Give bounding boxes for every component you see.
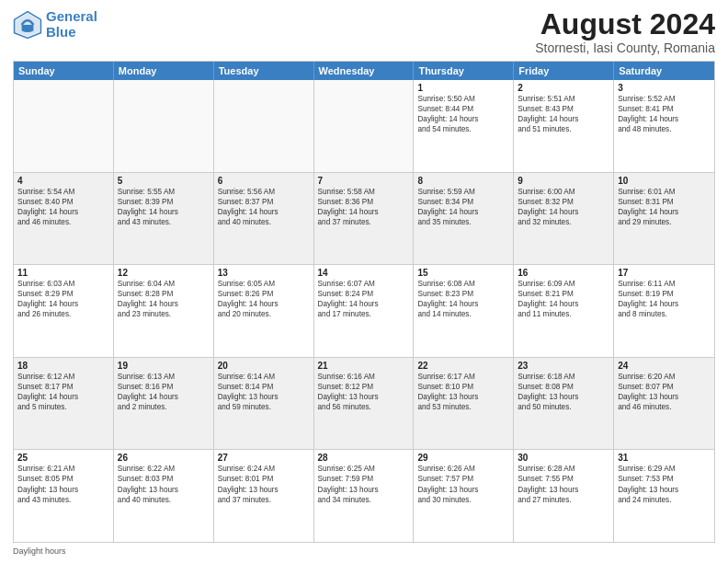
- day-info: Sunrise: 6:21 AM Sunset: 8:05 PM Dayligh…: [17, 464, 109, 504]
- day-info: Sunrise: 6:25 AM Sunset: 7:59 PM Dayligh…: [318, 464, 410, 504]
- empty-cell: [14, 80, 114, 172]
- day-info: Sunrise: 5:59 AM Sunset: 8:34 PM Dayligh…: [417, 187, 509, 227]
- day-info: Sunrise: 6:14 AM Sunset: 8:14 PM Dayligh…: [218, 372, 310, 412]
- day-info: Sunrise: 6:13 AM Sunset: 8:16 PM Dayligh…: [118, 372, 210, 412]
- day-cell-26: 26Sunrise: 6:22 AM Sunset: 8:03 PM Dayli…: [114, 450, 214, 542]
- day-cell-12: 12Sunrise: 6:04 AM Sunset: 8:28 PM Dayli…: [114, 265, 214, 357]
- day-info: Sunrise: 6:01 AM Sunset: 8:31 PM Dayligh…: [618, 187, 711, 227]
- day-cell-2: 2Sunrise: 5:51 AM Sunset: 8:43 PM Daylig…: [514, 80, 614, 172]
- day-number: 11: [17, 268, 109, 278]
- day-info: Sunrise: 6:03 AM Sunset: 8:29 PM Dayligh…: [17, 279, 109, 319]
- day-number: 15: [417, 268, 509, 278]
- day-number: 19: [118, 361, 210, 371]
- day-cell-31: 31Sunrise: 6:29 AM Sunset: 7:53 PM Dayli…: [614, 450, 714, 542]
- day-cell-15: 15Sunrise: 6:08 AM Sunset: 8:23 PM Dayli…: [414, 265, 514, 357]
- page: General Blue August 2024 Stornesti, Iasi…: [0, 0, 728, 563]
- day-number: 6: [218, 176, 310, 186]
- day-header-monday: Monday: [114, 62, 214, 80]
- day-cell-7: 7Sunrise: 5:58 AM Sunset: 8:36 PM Daylig…: [314, 173, 415, 265]
- day-cell-24: 24Sunrise: 6:20 AM Sunset: 8:07 PM Dayli…: [614, 358, 714, 450]
- day-number: 29: [417, 453, 509, 463]
- day-number: 14: [318, 268, 410, 278]
- day-header-saturday: Saturday: [614, 62, 714, 80]
- day-info: Sunrise: 6:17 AM Sunset: 8:10 PM Dayligh…: [417, 372, 509, 412]
- day-info: Sunrise: 6:16 AM Sunset: 8:12 PM Dayligh…: [318, 372, 410, 412]
- day-cell-6: 6Sunrise: 5:56 AM Sunset: 8:37 PM Daylig…: [214, 173, 314, 265]
- day-number: 12: [118, 268, 210, 278]
- day-info: Sunrise: 6:26 AM Sunset: 7:57 PM Dayligh…: [417, 464, 509, 504]
- day-number: 31: [618, 453, 711, 463]
- empty-cell: [314, 80, 415, 172]
- day-cell-28: 28Sunrise: 6:25 AM Sunset: 7:59 PM Dayli…: [314, 450, 415, 542]
- day-number: 5: [118, 176, 210, 186]
- day-cell-4: 4Sunrise: 5:54 AM Sunset: 8:40 PM Daylig…: [14, 173, 114, 265]
- day-cell-11: 11Sunrise: 6:03 AM Sunset: 8:29 PM Dayli…: [14, 265, 114, 357]
- day-info: Sunrise: 5:50 AM Sunset: 8:44 PM Dayligh…: [417, 94, 509, 134]
- day-header-wednesday: Wednesday: [314, 62, 415, 80]
- day-number: 16: [518, 268, 609, 278]
- day-number: 18: [17, 361, 109, 371]
- footer-note: Daylight hours: [13, 546, 715, 556]
- day-info: Sunrise: 6:11 AM Sunset: 8:19 PM Dayligh…: [618, 279, 711, 319]
- day-header-tuesday: Tuesday: [214, 62, 314, 80]
- day-cell-21: 21Sunrise: 6:16 AM Sunset: 8:12 PM Dayli…: [314, 358, 415, 450]
- calendar-body: 1Sunrise: 5:50 AM Sunset: 8:44 PM Daylig…: [14, 80, 714, 542]
- day-header-friday: Friday: [514, 62, 614, 80]
- empty-cell: [114, 80, 214, 172]
- day-info: Sunrise: 6:05 AM Sunset: 8:26 PM Dayligh…: [218, 279, 310, 319]
- day-info: Sunrise: 5:51 AM Sunset: 8:43 PM Dayligh…: [518, 94, 609, 134]
- day-number: 25: [17, 453, 109, 463]
- day-info: Sunrise: 6:24 AM Sunset: 8:01 PM Dayligh…: [218, 464, 310, 504]
- day-info: Sunrise: 6:28 AM Sunset: 7:55 PM Dayligh…: [518, 464, 609, 504]
- logo-general: General: [46, 8, 97, 24]
- calendar-week-5: 25Sunrise: 6:21 AM Sunset: 8:05 PM Dayli…: [14, 449, 714, 542]
- day-number: 9: [518, 176, 609, 186]
- day-cell-13: 13Sunrise: 6:05 AM Sunset: 8:26 PM Dayli…: [214, 265, 314, 357]
- day-cell-25: 25Sunrise: 6:21 AM Sunset: 8:05 PM Dayli…: [14, 450, 114, 542]
- day-info: Sunrise: 6:20 AM Sunset: 8:07 PM Dayligh…: [618, 372, 711, 412]
- day-number: 28: [318, 453, 410, 463]
- day-number: 17: [618, 268, 711, 278]
- day-cell-16: 16Sunrise: 6:09 AM Sunset: 8:21 PM Dayli…: [514, 265, 614, 357]
- logo-icon: [13, 10, 42, 40]
- day-info: Sunrise: 6:08 AM Sunset: 8:23 PM Dayligh…: [417, 279, 509, 319]
- calendar-week-1: 1Sunrise: 5:50 AM Sunset: 8:44 PM Daylig…: [14, 80, 714, 172]
- day-info: Sunrise: 6:09 AM Sunset: 8:21 PM Dayligh…: [518, 279, 609, 319]
- day-info: Sunrise: 6:22 AM Sunset: 8:03 PM Dayligh…: [118, 464, 210, 504]
- day-number: 30: [518, 453, 609, 463]
- day-cell-8: 8Sunrise: 5:59 AM Sunset: 8:34 PM Daylig…: [414, 173, 514, 265]
- day-header-thursday: Thursday: [414, 62, 514, 80]
- day-cell-9: 9Sunrise: 6:00 AM Sunset: 8:32 PM Daylig…: [514, 173, 614, 265]
- day-info: Sunrise: 6:07 AM Sunset: 8:24 PM Dayligh…: [318, 279, 410, 319]
- calendar-week-4: 18Sunrise: 6:12 AM Sunset: 8:17 PM Dayli…: [14, 357, 714, 450]
- day-info: Sunrise: 5:56 AM Sunset: 8:37 PM Dayligh…: [218, 187, 310, 227]
- calendar-week-3: 11Sunrise: 6:03 AM Sunset: 8:29 PM Dayli…: [14, 264, 714, 357]
- day-number: 1: [417, 83, 509, 93]
- day-cell-20: 20Sunrise: 6:14 AM Sunset: 8:14 PM Dayli…: [214, 358, 314, 450]
- day-info: Sunrise: 6:00 AM Sunset: 8:32 PM Dayligh…: [518, 187, 609, 227]
- day-header-sunday: Sunday: [14, 62, 114, 80]
- day-cell-3: 3Sunrise: 5:52 AM Sunset: 8:41 PM Daylig…: [614, 80, 714, 172]
- day-number: 2: [518, 83, 609, 93]
- logo-blue: Blue: [46, 24, 76, 40]
- main-title: August 2024: [535, 9, 715, 39]
- day-cell-23: 23Sunrise: 6:18 AM Sunset: 8:08 PM Dayli…: [514, 358, 614, 450]
- day-number: 7: [318, 176, 410, 186]
- empty-cell: [214, 80, 314, 172]
- day-info: Sunrise: 5:54 AM Sunset: 8:40 PM Dayligh…: [17, 187, 109, 227]
- day-cell-30: 30Sunrise: 6:28 AM Sunset: 7:55 PM Dayli…: [514, 450, 614, 542]
- day-cell-1: 1Sunrise: 5:50 AM Sunset: 8:44 PM Daylig…: [414, 80, 514, 172]
- day-number: 8: [417, 176, 509, 186]
- day-info: Sunrise: 6:12 AM Sunset: 8:17 PM Dayligh…: [17, 372, 109, 412]
- day-number: 4: [17, 176, 109, 186]
- day-cell-5: 5Sunrise: 5:55 AM Sunset: 8:39 PM Daylig…: [114, 173, 214, 265]
- day-info: Sunrise: 6:04 AM Sunset: 8:28 PM Dayligh…: [118, 279, 210, 319]
- day-cell-22: 22Sunrise: 6:17 AM Sunset: 8:10 PM Dayli…: [414, 358, 514, 450]
- title-block: August 2024 Stornesti, Iasi County, Roma…: [535, 9, 715, 55]
- day-cell-18: 18Sunrise: 6:12 AM Sunset: 8:17 PM Dayli…: [14, 358, 114, 450]
- day-number: 22: [417, 361, 509, 371]
- day-number: 20: [218, 361, 310, 371]
- day-info: Sunrise: 5:55 AM Sunset: 8:39 PM Dayligh…: [118, 187, 210, 227]
- day-number: 13: [218, 268, 310, 278]
- calendar-week-2: 4Sunrise: 5:54 AM Sunset: 8:40 PM Daylig…: [14, 172, 714, 265]
